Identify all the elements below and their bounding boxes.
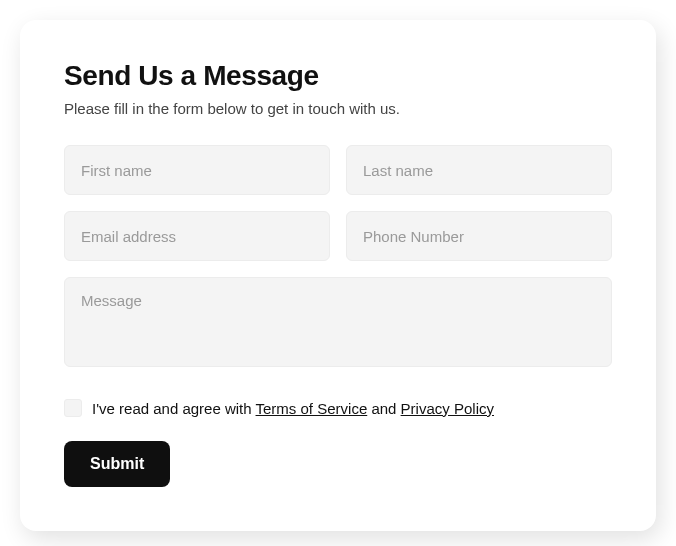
consent-text: I've read and agree with Terms of Servic…	[92, 400, 494, 417]
contact-form-card: Send Us a Message Please fill in the for…	[20, 20, 656, 531]
name-row	[64, 145, 612, 195]
consent-checkbox[interactable]	[64, 399, 82, 417]
submit-button[interactable]: Submit	[64, 441, 170, 487]
form-subtitle: Please fill in the form below to get in …	[64, 100, 612, 117]
consent-prefix: I've read and agree with	[92, 400, 256, 417]
tos-link[interactable]: Terms of Service	[256, 400, 368, 417]
last-name-field[interactable]	[346, 145, 612, 195]
first-name-field[interactable]	[64, 145, 330, 195]
consent-row: I've read and agree with Terms of Servic…	[64, 399, 612, 417]
message-field[interactable]	[64, 277, 612, 367]
contact-row	[64, 211, 612, 261]
privacy-link[interactable]: Privacy Policy	[401, 400, 494, 417]
form-title: Send Us a Message	[64, 60, 612, 92]
email-field[interactable]	[64, 211, 330, 261]
phone-field[interactable]	[346, 211, 612, 261]
consent-middle: and	[367, 400, 400, 417]
